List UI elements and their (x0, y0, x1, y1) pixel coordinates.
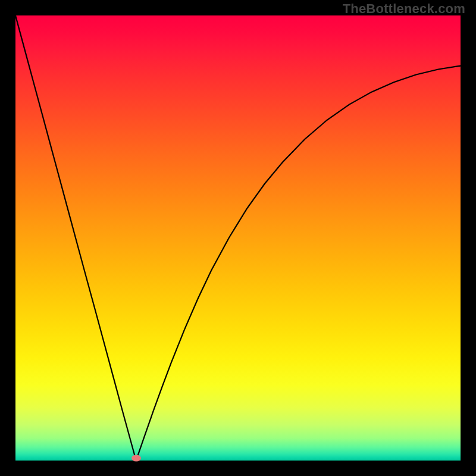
curve-svg (15, 15, 461, 461)
minimum-marker (131, 455, 141, 461)
chart-frame: TheBottleneck.com (0, 0, 476, 476)
curve-ascending (136, 66, 461, 461)
curve-descending (15, 15, 136, 461)
watermark-text: TheBottleneck.com (343, 1, 465, 17)
plot-area (15, 15, 461, 461)
